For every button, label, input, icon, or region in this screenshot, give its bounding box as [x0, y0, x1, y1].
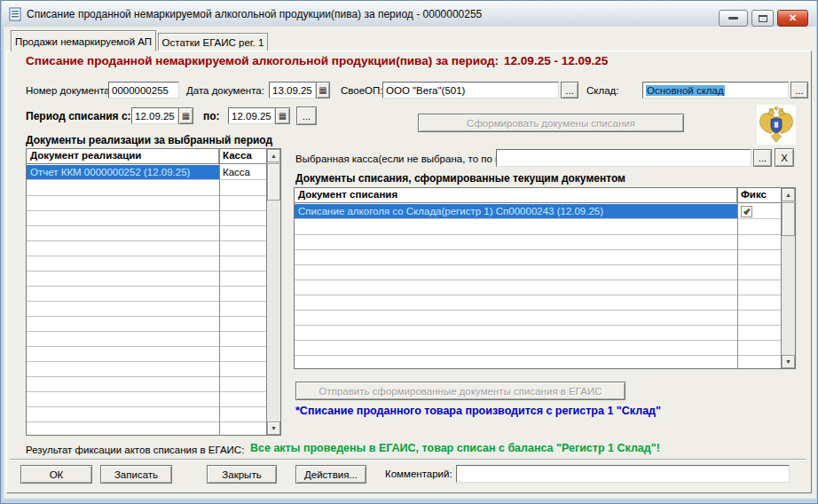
column-header: Документ списания — [295, 188, 737, 202]
tab-egais-balance[interactable]: Остатки ЕГАИС рег. 1 — [158, 33, 268, 51]
register-note: *Списание проданного товара производится… — [295, 405, 661, 417]
document-icon — [9, 7, 21, 21]
rosalko-emblem — [757, 105, 796, 145]
clear-x-icon: X — [781, 153, 788, 163]
own-op-picker-button[interactable]: ... — [561, 82, 578, 98]
up-arrow-icon: ▲ — [785, 192, 791, 198]
page-title: Списание проданной немаркируемой алкогол… — [26, 54, 608, 67]
column-divider — [219, 149, 220, 435]
period-to-calendar-button[interactable]: ▦ — [275, 107, 290, 124]
table-row[interactable]: Отчет ККМ 0000000252 (12.09.25) Касса — [27, 165, 267, 180]
comment-field[interactable] — [456, 465, 790, 483]
writeoff-table: Документ списания Фикс Списание алкоголя… — [294, 187, 796, 369]
column-header: Документ реализации — [27, 149, 219, 163]
result-value: Все акты проведены в ЕГАИС, товар списан… — [250, 442, 660, 454]
selected-kassa-label: Выбранная касса(если не выбрана, то по в… — [295, 154, 527, 164]
double-eagle-icon — [758, 106, 795, 145]
app-window: Списание проданной немаркируемой алкогол… — [0, 0, 818, 504]
column-header: Фикс — [737, 188, 781, 202]
own-op-label: СвоеОП: — [341, 85, 382, 96]
writeoff-table-header: Документ списания Фикс — [295, 188, 781, 203]
ok-button[interactable]: ОК — [20, 465, 92, 484]
comment-label: Комментарий: — [385, 469, 452, 479]
calendar-icon: ▦ — [319, 86, 326, 95]
scroll-down-button[interactable]: ▼ — [267, 421, 280, 435]
period-to-label: по: — [203, 110, 220, 122]
period-to-value: 12.09.25 — [232, 111, 271, 122]
sales-kassa-cell: Касса — [219, 165, 267, 180]
tab-sales-unmarked[interactable]: Продажи немаркируемой АП — [11, 30, 156, 51]
period-from-value: 12.09.25 — [135, 111, 175, 122]
scroll-up-button[interactable]: ▲ — [267, 149, 280, 162]
maximize-icon — [759, 15, 767, 22]
actions-label: Действия... — [304, 469, 358, 480]
writeoff-doc-cell: Списание алкоголя со Склада(регистр 1) С… — [295, 204, 737, 219]
close-icon: ✕ — [789, 12, 797, 24]
column-divider — [737, 188, 738, 368]
ellipsis-icon: ... — [303, 111, 311, 122]
fixed-checkbox[interactable]: ✔ — [741, 206, 752, 217]
tab-label: Продажи немаркируемой АП — [15, 36, 152, 47]
ellipsis-icon: ... — [795, 85, 804, 96]
selected-kassa-picker-button[interactable]: ... — [753, 149, 772, 167]
generate-writeoff-docs-label: Сформировать докумены списания — [467, 118, 635, 129]
period-from-field[interactable]: 12.09.25 — [131, 107, 178, 124]
doc-date-value: 13.09.25 — [272, 85, 312, 96]
empty-rows — [295, 220, 781, 367]
selected-kassa-field[interactable] — [496, 149, 751, 167]
doc-date-label: Дата документа: — [186, 85, 264, 96]
period-picker-button[interactable]: ... — [296, 106, 317, 125]
page-title-period: 12.09.25 - 12.09.25 — [504, 54, 608, 67]
period-to-field[interactable]: 12.09.25 — [228, 107, 275, 124]
vertical-scrollbar[interactable]: ▲ ▼ — [781, 188, 795, 368]
calendar-icon: ▦ — [279, 112, 287, 121]
calendar-icon: ▦ — [182, 112, 190, 121]
ellipsis-icon: ... — [759, 153, 767, 163]
doc-number-value: 0000000255 — [112, 85, 169, 96]
check-icon: ✔ — [743, 207, 751, 217]
warehouse-value: Основной склад — [646, 85, 725, 96]
send-egais-button[interactable]: Отправить сформированные документы списа… — [295, 382, 625, 400]
empty-rows — [27, 181, 267, 434]
own-op-field[interactable]: ООО "Вега"(501) — [382, 82, 559, 98]
writeoff-table-caption: Документы списания, сформированные текущ… — [295, 172, 625, 185]
scroll-down-button[interactable]: ▼ — [782, 355, 795, 368]
generate-writeoff-docs-button[interactable]: Сформировать докумены списания — [418, 114, 684, 132]
table-row[interactable]: Списание алкоголя со Склада(регистр 1) С… — [295, 204, 781, 219]
own-op-value: ООО "Вега"(501) — [386, 85, 465, 96]
save-button[interactable]: Записать — [100, 465, 172, 484]
window-title: Списание проданной немаркируемой алкогол… — [27, 8, 482, 20]
actions-button[interactable]: Действия... — [295, 465, 366, 484]
doc-number-label: Номер документа: — [26, 85, 113, 96]
period-from-group: 12.09.25 ▦ — [131, 107, 193, 124]
column-header: Касса — [219, 149, 266, 163]
sales-table-caption: Документы реализации за выбранный период — [26, 134, 272, 146]
sales-doc-cell: Отчет ККМ 0000000252 (12.09.25) — [27, 165, 219, 180]
warehouse-picker-button[interactable]: ... — [790, 82, 808, 98]
warehouse-label: Склад: — [586, 85, 618, 96]
scroll-up-button[interactable]: ▲ — [782, 188, 795, 201]
down-arrow-icon: ▼ — [271, 425, 277, 431]
scroll-thumb[interactable] — [267, 163, 280, 201]
vertical-scrollbar[interactable]: ▲ ▼ — [266, 149, 280, 435]
warehouse-field[interactable]: Основной склад — [642, 82, 789, 98]
close-form-button[interactable]: Закрыть — [207, 465, 277, 484]
ok-label: ОК — [50, 469, 64, 480]
doc-date-field[interactable]: 13.09.25 — [269, 82, 316, 98]
sales-table-header: Документ реализации Касса — [27, 149, 266, 164]
period-from-calendar-button[interactable]: ▦ — [178, 107, 193, 124]
close-button[interactable]: ✕ — [777, 10, 808, 27]
send-egais-label: Отправить сформированные документы списа… — [319, 386, 602, 397]
period-to-group: 12.09.25 ▦ — [228, 107, 290, 124]
title-bar: Списание проданной немаркируемой алкогол… — [2, 1, 816, 27]
period-from-label: Период списания с: — [26, 110, 131, 122]
scroll-thumb[interactable] — [782, 202, 795, 236]
selected-kassa-clear-button[interactable]: X — [775, 148, 794, 167]
minimize-button[interactable] — [719, 10, 748, 27]
doc-date-calendar-button[interactable]: ▦ — [316, 82, 330, 98]
sales-table: Документ реализации Касса Отчет ККМ 0000… — [26, 148, 281, 436]
doc-date-field-group: 13.09.25 ▦ — [269, 82, 330, 98]
maximize-button[interactable] — [751, 10, 774, 27]
doc-number-field[interactable]: 0000000255 — [108, 82, 179, 98]
bottom-divider — [10, 459, 806, 461]
